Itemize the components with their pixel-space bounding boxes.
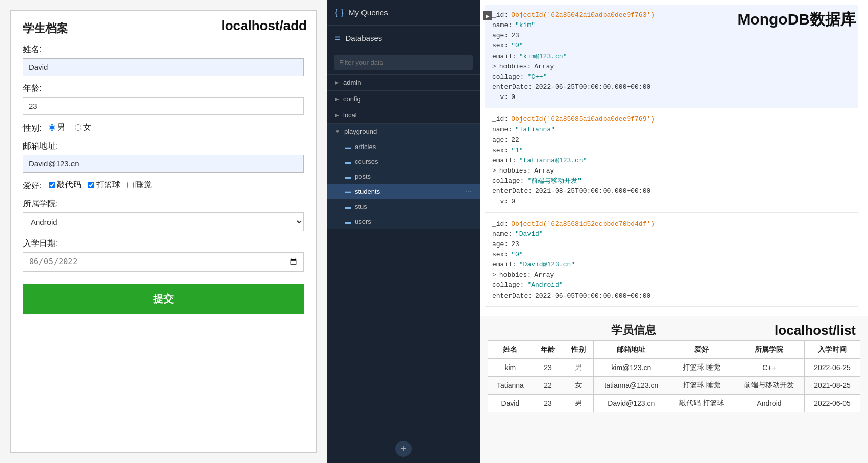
db-playground-item[interactable]: ▼ playground	[327, 124, 480, 139]
collection-users[interactable]: ▬ users	[327, 214, 480, 229]
collection-students-menu[interactable]: ···	[466, 187, 472, 196]
db-config-item[interactable]: ▶ config	[327, 91, 480, 107]
db-admin-group: ▶ admin	[327, 75, 480, 91]
field-age-1: age: 23	[492, 31, 853, 41]
gender-female-radio[interactable]: 女	[75, 122, 91, 133]
add-btn-row: +	[327, 434, 480, 463]
my-queries-item[interactable]: { } My Queries	[327, 0, 480, 26]
localhost-add-label: localhost/add	[221, 18, 307, 34]
collection-stus[interactable]: ▬ stus	[327, 199, 480, 214]
db-local-item[interactable]: ▶ local	[327, 107, 480, 123]
db-local-arrow: ▶	[335, 112, 339, 118]
list-title: 学员信息	[492, 323, 775, 338]
sidebar-panel: { } My Queries ≡ Databases ▶ admin ▶ con…	[327, 0, 480, 463]
db-config-arrow: ▶	[335, 96, 339, 102]
date-input[interactable]	[23, 252, 304, 272]
cell-name: David	[488, 395, 533, 412]
cell-gender: 女	[563, 377, 594, 395]
filter-section	[327, 51, 480, 75]
db-playground-arrow: ▼	[335, 129, 340, 134]
field-id-3: _id: ObjectId('62a85681d52ecbbde70bd4df'…	[492, 219, 853, 229]
field-id-2: _id: ObjectId('62a85085a10adba0dee9f769'…	[492, 114, 853, 125]
field-hobbies-3: > hobbies: Array	[492, 270, 853, 280]
name-group: 姓名:	[23, 44, 304, 76]
collection-articles-label: articles	[355, 143, 376, 151]
cell-college: 前端与移动开发	[734, 377, 804, 395]
expand-record-1[interactable]: ▶	[483, 11, 492, 20]
data-table: 姓名 年龄 性别 邮箱地址 爱好 所属学院 入学时间 kim 23 男 kim@…	[488, 340, 860, 412]
name-input[interactable]	[23, 58, 304, 76]
submit-button[interactable]: 提交	[23, 284, 304, 314]
table-row: David 23 男 David@123.cn 敲代码 打篮球 Android …	[488, 395, 860, 412]
field-name-2: name: "Tatianna"	[492, 125, 853, 135]
db-admin-arrow: ▶	[335, 80, 339, 85]
db-playground-group: ▼ playground ▬ articles ▬ courses ▬ post…	[327, 124, 480, 229]
databases-label: Databases	[346, 34, 382, 42]
hobby1-checkbox[interactable]: 敲代码	[49, 180, 81, 190]
college-group: 所属学院: Android C++ 前端与移动开发 Java	[23, 199, 304, 231]
collection-students[interactable]: ▬ students ···	[327, 184, 480, 199]
field-enterdate-1: enterDate: 2022-06-25T00:00:00.000+00:00	[492, 82, 853, 92]
collection-students-label: students	[355, 188, 380, 196]
record-3: _id: ObjectId('62a85681d52ecbbde70bd4df'…	[485, 214, 858, 307]
mongo-records: ▶ _id: ObjectId('62a85042a10adba0dee9f76…	[480, 0, 868, 313]
collection-courses[interactable]: ▬ courses	[327, 154, 480, 169]
collection-icon: ▬	[345, 174, 351, 180]
cell-hobbies: 打篮球 睡觉	[669, 359, 734, 377]
table-row: kim 23 男 kim@123.cn 打篮球 睡觉 C++ 2022-06-2…	[488, 359, 860, 377]
col-age: 年龄	[533, 341, 563, 359]
cell-hobbies: 打篮球 睡觉	[669, 377, 734, 395]
db-playground-label: playground	[344, 128, 377, 135]
field-hobbies-2: > hobbies: Array	[492, 166, 853, 176]
field-enterdate-3: enterDate: 2022-06-05T00:00:00.000+00:00	[492, 291, 853, 301]
email-input[interactable]	[23, 155, 304, 173]
cell-age: 23	[533, 395, 563, 412]
cell-gender: 男	[563, 395, 594, 412]
college-label: 所属学院:	[23, 199, 304, 209]
field-collage-1: collage: "C++"	[492, 72, 853, 82]
hobbies-label: 爱好: 敲代码 打篮球 睡觉	[23, 180, 304, 191]
databases-item[interactable]: ≡ Databases	[327, 26, 480, 51]
date-group: 入学日期:	[23, 238, 304, 272]
date-label: 入学日期:	[23, 238, 304, 249]
list-section: 学员信息 localhost/list 姓名 年龄 性别 邮箱地址 爱好 所属学…	[480, 316, 868, 463]
list-url-label: localhost/list	[775, 323, 856, 338]
field-sex-1: sex: "0"	[492, 41, 853, 51]
field-hobbies-1: > hobbies: Array	[492, 62, 853, 72]
cell-age: 22	[533, 377, 563, 395]
col-email: 邮箱地址	[594, 341, 669, 359]
filter-input[interactable]	[334, 55, 473, 70]
collection-stus-label: stus	[355, 203, 367, 210]
collection-icon: ▬	[345, 144, 351, 150]
field-sex-2: sex: "1"	[492, 145, 853, 156]
form-container: 学生档案 localhost/add 姓名: 年龄: 性别: 男 女	[10, 10, 317, 453]
cell-date: 2022-06-25	[805, 359, 860, 377]
col-hobbies: 爱好	[669, 341, 734, 359]
col-gender: 性别	[563, 341, 594, 359]
gender-male-radio[interactable]: 男	[49, 122, 65, 133]
hobby3-checkbox[interactable]: 睡觉	[127, 180, 152, 190]
col-college: 所属学院	[734, 341, 804, 359]
cell-age: 23	[533, 359, 563, 377]
field-v-1: __v: 0	[492, 92, 853, 103]
databases-icon: ≡	[335, 33, 341, 43]
collection-articles[interactable]: ▬ articles	[327, 139, 480, 154]
field-email-1: email: "kim@123.cn"	[492, 52, 853, 62]
collection-users-label: users	[355, 217, 371, 225]
field-name-3: name: "David"	[492, 229, 853, 239]
add-connection-button[interactable]: +	[395, 441, 412, 457]
college-select[interactable]: Android C++ 前端与移动开发 Java	[23, 212, 304, 231]
db-local-label: local	[343, 111, 357, 119]
cell-gender: 男	[563, 359, 594, 377]
collection-posts[interactable]: ▬ posts	[327, 169, 480, 184]
collection-icon: ▬	[345, 159, 351, 165]
field-collage-3: collage: "Android"	[492, 280, 853, 290]
field-age-2: age: 22	[492, 135, 853, 145]
hobby2-checkbox[interactable]: 打篮球	[88, 180, 120, 190]
db-admin-item[interactable]: ▶ admin	[327, 75, 480, 90]
queries-icon: { }	[335, 7, 344, 18]
hobbies-group: 爱好: 敲代码 打篮球 睡觉	[23, 180, 304, 191]
age-input[interactable]	[23, 97, 304, 115]
cell-name: kim	[488, 359, 533, 377]
gender-label: 性别: 男 女	[23, 122, 304, 134]
